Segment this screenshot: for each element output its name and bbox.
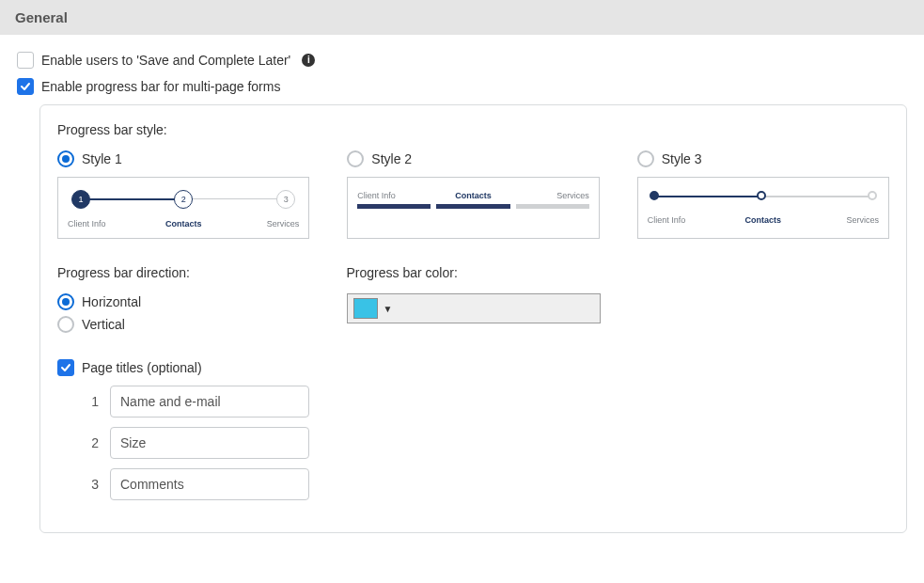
direction-horizontal-label: Horizontal xyxy=(82,294,141,309)
style1-radio-row[interactable]: Style 1 xyxy=(57,150,309,167)
style1-label: Style 1 xyxy=(82,151,122,166)
page-title-row-2: 2 xyxy=(78,427,309,459)
style-option-3: Style 3 Client Info Contacts Services xyxy=(637,150,889,239)
color-picker[interactable]: ▼ xyxy=(347,293,601,323)
direction-horizontal-row[interactable]: Horizontal xyxy=(57,293,309,310)
style-label: Progress bar style: xyxy=(57,122,889,137)
checkbox-page-titles[interactable] xyxy=(57,359,74,376)
page-titles-label: Page titles (optional) xyxy=(82,360,202,375)
s1-step3-label: Services xyxy=(222,219,299,228)
progress-settings-panel: Progress bar style: Style 1 1 2 3 xyxy=(39,104,907,533)
radio-style2[interactable] xyxy=(347,150,364,167)
page-title-input-2[interactable] xyxy=(110,427,309,459)
checkbox-save-later[interactable] xyxy=(17,52,34,69)
s1-node2-num: 2 xyxy=(181,195,186,204)
option-progress-bar-row: Enable progress bar for multi-page forms xyxy=(17,78,907,95)
color-swatch xyxy=(353,298,378,319)
style1-preview: 1 2 3 Client Info Contacts Services xyxy=(57,177,309,239)
s1-step1-label: Client Info xyxy=(68,219,145,228)
panel-body: Enable users to 'Save and Complete Later… xyxy=(0,35,924,561)
page-title-row-3: 3 xyxy=(78,468,309,500)
style2-label: Style 2 xyxy=(371,151,412,166)
radio-style1[interactable] xyxy=(57,150,74,167)
s1-node3-num: 3 xyxy=(284,195,289,204)
s3-step2-label: Contacts xyxy=(725,215,802,225)
s2-step2-label: Contacts xyxy=(436,191,509,200)
s1-step2-label: Contacts xyxy=(145,219,222,228)
style-option-2: Style 2 Client Info Contacts Servi xyxy=(347,150,599,239)
s3-step1-label: Client Info xyxy=(648,215,725,225)
direction-label: Progress bar direction: xyxy=(57,265,309,280)
option-save-later-row: Enable users to 'Save and Complete Later… xyxy=(17,52,907,69)
page-titles-block: Page titles (optional) 1 2 3 xyxy=(57,359,309,500)
info-icon[interactable]: i xyxy=(302,54,315,67)
direction-vertical-row[interactable]: Vertical xyxy=(57,316,309,333)
s2-step3-label: Services xyxy=(516,191,589,200)
page-title-input-1[interactable] xyxy=(110,386,309,418)
radio-style3[interactable] xyxy=(637,150,654,167)
color-label: Progress bar color: xyxy=(347,265,601,280)
style-option-1: Style 1 1 2 3 Client Info Contacts Servi… xyxy=(57,150,309,239)
option-save-later-label: Enable users to 'Save and Complete Later… xyxy=(41,53,290,68)
page-title-index-2: 2 xyxy=(78,435,99,450)
style2-preview: Client Info Contacts Services xyxy=(347,177,599,239)
page-title-inputs: 1 2 3 xyxy=(78,386,309,500)
panel-header: General xyxy=(0,0,924,35)
radio-horizontal[interactable] xyxy=(57,293,74,310)
s3-step3-label: Services xyxy=(802,215,879,225)
s2-step1-label: Client Info xyxy=(357,191,431,200)
color-block: Progress bar color: ▼ xyxy=(347,265,601,323)
page-titles-row: Page titles (optional) xyxy=(57,359,309,376)
checkbox-progress-bar[interactable] xyxy=(17,78,34,95)
page-title-index-3: 3 xyxy=(78,477,99,492)
style2-radio-row[interactable]: Style 2 xyxy=(347,150,599,167)
s1-node1-num: 1 xyxy=(78,195,83,204)
page-title-row-1: 1 xyxy=(78,386,309,418)
radio-vertical[interactable] xyxy=(57,316,74,333)
style3-label: Style 3 xyxy=(662,151,702,166)
panel-title: General xyxy=(15,9,68,25)
style-grid: Style 1 1 2 3 Client Info Contacts Servi… xyxy=(57,150,889,239)
page-title-input-3[interactable] xyxy=(110,468,309,500)
direction-block: Progress bar direction: Horizontal Verti… xyxy=(57,265,309,510)
bottom-grid: Progress bar direction: Horizontal Verti… xyxy=(57,265,889,510)
direction-vertical-label: Vertical xyxy=(82,317,125,332)
option-progress-bar-label: Enable progress bar for multi-page forms xyxy=(41,79,280,94)
style3-radio-row[interactable]: Style 3 xyxy=(637,150,889,167)
chevron-down-icon: ▼ xyxy=(384,304,393,314)
page-title-index-1: 1 xyxy=(78,394,99,409)
style3-preview: Client Info Contacts Services xyxy=(637,177,889,239)
